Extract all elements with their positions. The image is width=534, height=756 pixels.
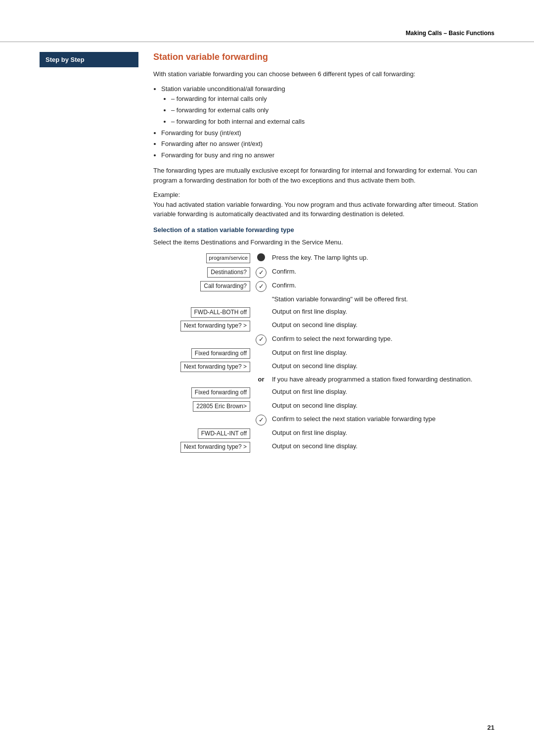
display-fwd-all-int: FWD-ALL-INT off [198, 428, 250, 439]
instruction-table: program/service Press the key. The lamp … [153, 252, 494, 454]
sub-item-0-0: forwarding for internal calls only [171, 94, 494, 104]
right-cell-7: Output on first line display. [270, 347, 494, 360]
right-cell-3: "Station variable forwarding" will be of… [270, 293, 494, 306]
display-next-fwd-2: Next forwarding type? > [180, 362, 250, 372]
bullet-list: Station variable unconditional/all forwa… [161, 84, 494, 161]
mid-cell-14 [252, 440, 270, 454]
check-icon-6: ✓ [256, 334, 267, 345]
right-cell-10: Output on first line display. [270, 386, 494, 399]
mid-cell-8 [252, 360, 270, 374]
left-cell-10: Fixed forwarding off [153, 386, 252, 399]
mid-cell-6: ✓ [252, 333, 270, 347]
table-row: program/service Press the key. The lamp … [153, 252, 494, 266]
check-icon-1: ✓ [256, 267, 267, 278]
left-cell-1: Destinations? [153, 266, 252, 280]
right-cell-11: Output on second line display. [270, 400, 494, 413]
left-cell-9 [153, 374, 252, 386]
left-cell-3 [153, 293, 252, 306]
mid-cell-12: ✓ [252, 413, 270, 427]
table-row: ✓ Confirm to select the next station var… [153, 413, 494, 427]
display-call-forwarding: Call forwarding? [200, 281, 250, 291]
left-cell-6 [153, 333, 252, 347]
right-cell-8: Output on second line display. [270, 360, 494, 374]
table-row: FWD-ALL-BOTH off Output on first line di… [153, 306, 494, 319]
sub-list-0: forwarding for internal calls only forwa… [171, 94, 494, 127]
exclusivity-paragraph: The forwarding types are mutually exclus… [153, 166, 494, 185]
mid-cell-11 [252, 400, 270, 413]
bullet-item-3: Forwarding for busy and ring no answer [161, 150, 494, 161]
right-cell-5: Output on second line display. [270, 319, 494, 332]
check-icon-12: ✓ [256, 415, 267, 425]
sub-item-0-1: forwarding for external calls only [171, 105, 494, 116]
table-row: Destinations? ✓ Confirm. [153, 266, 494, 280]
page-header: Making Calls – Basic Functions [0, 0, 534, 42]
display-next-fwd-3: Next forwarding type? > [180, 442, 250, 452]
key-label-0: program/service [206, 253, 250, 263]
mid-cell-3 [252, 293, 270, 306]
right-cell-12: Confirm to select the next station varia… [270, 413, 494, 427]
mid-cell-0 [252, 252, 270, 266]
example-section: Example: You had activated station varia… [153, 190, 494, 219]
display-next-fwd-1: Next forwarding type? > [180, 321, 250, 331]
table-row: Next forwarding type? > Output on second… [153, 319, 494, 332]
right-cell-9: If you have already programmed a station… [270, 374, 494, 386]
select-instruction: Select the items Destinations and Forwar… [153, 237, 494, 247]
mid-cell-4 [252, 306, 270, 319]
mid-cell-7 [252, 347, 270, 360]
table-row: ✓ Confirm to select the next forwarding … [153, 333, 494, 347]
left-cell-12 [153, 413, 252, 427]
step-by-step-box: Step by Step [40, 52, 138, 67]
right-cell-4: Output on first line display. [270, 306, 494, 319]
sidebar: Step by Step [40, 42, 138, 454]
table-row: Call forwarding? ✓ Confirm. [153, 280, 494, 293]
display-destinations: Destinations? [207, 267, 250, 278]
left-cell-4: FWD-ALL-BOTH off [153, 306, 252, 319]
table-row: Fixed forwarding off Output on first lin… [153, 386, 494, 399]
table-row: Next forwarding type? > Output on second… [153, 360, 494, 374]
display-fixed-fwd-off-2: Fixed forwarding off [191, 387, 250, 398]
right-cell-14: Output on second line display. [270, 440, 494, 454]
table-row: 22805 Eric Brown> Output on second line … [153, 400, 494, 413]
display-fixed-fwd-off-1: Fixed forwarding off [191, 348, 250, 359]
table-row: "Station variable forwarding" will be of… [153, 293, 494, 306]
bullet-item-1: Forwarding for busy (int/ext) [161, 128, 494, 139]
right-cell-0: Press the key. The lamp lights up. [270, 252, 494, 266]
header-title: Making Calls – Basic Functions [406, 30, 494, 37]
mid-cell-2: ✓ [252, 280, 270, 293]
page-number: 21 [488, 724, 494, 731]
section-title: Station variable forwarding [153, 52, 494, 62]
subsection-title: Selection of a station variable forwardi… [153, 226, 494, 234]
left-cell-11: 22805 Eric Brown> [153, 400, 252, 413]
left-cell-0: program/service [153, 252, 252, 266]
example-label: Example: [153, 191, 180, 198]
intro-paragraph: With station variable forwarding you can… [153, 69, 494, 79]
left-cell-14: Next forwarding type? > [153, 440, 252, 454]
table-row: Next forwarding type? > Output on second… [153, 440, 494, 454]
sub-item-0-2: forwarding for both internal and externa… [171, 117, 494, 127]
mid-cell-5 [252, 319, 270, 332]
display-eric-brown: 22805 Eric Brown> [193, 401, 250, 412]
bullet-item-0: Station variable unconditional/all forwa… [161, 84, 494, 127]
left-cell-8: Next forwarding type? > [153, 360, 252, 374]
step-by-step-label: Step by Step [45, 56, 85, 63]
check-icon-2: ✓ [256, 281, 267, 292]
right-cell-13: Output on first line display. [270, 427, 494, 440]
table-row: or If you have already programmed a stat… [153, 374, 494, 386]
mid-cell-13 [252, 427, 270, 440]
content-area: Station variable forwarding With station… [138, 42, 494, 454]
table-row: Fixed forwarding off Output on first lin… [153, 347, 494, 360]
main-content: Step by Step Station variable forwarding… [0, 42, 534, 484]
table-row: FWD-ALL-INT off Output on first line dis… [153, 427, 494, 440]
right-cell-6: Confirm to select the next forwarding ty… [270, 333, 494, 347]
left-cell-5: Next forwarding type? > [153, 319, 252, 332]
display-fwd-all-both: FWD-ALL-BOTH off [191, 307, 250, 318]
right-cell-2: Confirm. [270, 280, 494, 293]
bullet-item-2: Forwarding after no answer (int/ext) [161, 139, 494, 149]
key-dot-icon [257, 253, 265, 261]
or-label: or [258, 376, 265, 383]
mid-cell-1: ✓ [252, 266, 270, 280]
left-cell-13: FWD-ALL-INT off [153, 427, 252, 440]
left-cell-2: Call forwarding? [153, 280, 252, 293]
right-cell-1: Confirm. [270, 266, 494, 280]
example-paragraph: You had activated station variable forwa… [153, 201, 478, 218]
